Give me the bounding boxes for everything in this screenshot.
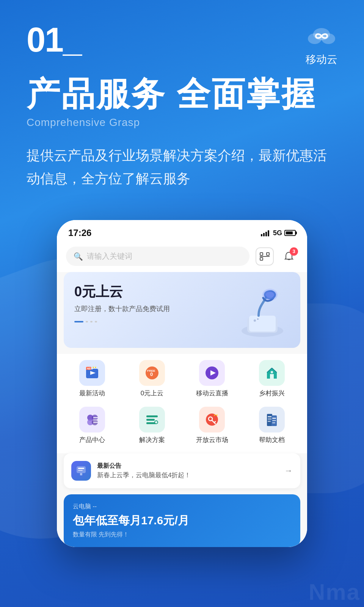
free-cloud-svg: FREE 0 [144,365,160,381]
icon-free-cloud: FREE 0 [139,360,165,386]
banner-dot-active [74,321,83,322]
icon-label-product-center: 产品中心 [79,436,105,444]
description: 提供云产品及行业场景解决方案介绍，最新优惠活动信息，全方位了解云服务 [27,144,337,190]
svg-rect-4 [260,258,263,260]
icon-item-free-cloud[interactable]: FREE 0 0元上云 [124,357,180,401]
search-placeholder-text: 请输入关键词 [87,251,132,261]
announcement-tag: 最新公告 [97,462,278,470]
icon-label-marketplace: 开放云市场 [196,436,228,444]
announcement-content: 最新公告 新春上云季，云电脑最低4折起！ [97,462,278,480]
marketplace-svg [204,412,220,428]
svg-rect-49 [268,418,271,420]
banner[interactable]: 0元上云 立即注册，数十款产品免费试用 [64,272,300,348]
latest-activity-svg: NEW [84,365,100,381]
product-center-svg [84,412,100,428]
svg-text:NEW: NEW [87,367,93,370]
icon-label-latest-activity: 最新活动 [79,389,105,398]
network-type: 5G [273,229,282,237]
svg-rect-57 [78,470,83,471]
icon-item-live[interactable]: 移动云直播 [184,357,240,401]
svg-point-12 [262,289,278,301]
icon-item-latest-activity[interactable]: NEW 最新活动 [64,357,121,401]
icon-docs [259,407,285,432]
rural-svg [264,365,280,381]
banner-dot-3 [90,321,93,322]
svg-rect-58 [80,473,82,475]
icon-label-free-cloud: 0元上云 [141,389,163,398]
signal-bar-2 [263,233,265,236]
section-number: 01_ [27,23,81,57]
bottom-card-tag: 云电脑 -- [73,503,291,511]
icon-latest-activity: NEW [79,360,105,386]
battery-fill [286,231,293,234]
docs-svg [264,412,280,428]
header: 01_ 移动云 [27,23,337,67]
logo-icon [306,23,337,49]
icon-item-docs[interactable]: 帮助文档 [243,404,300,447]
svg-marker-19 [95,367,96,368]
logo-container: 移动云 [306,23,337,67]
notification-badge: 3 [290,247,298,256]
svg-rect-52 [272,418,276,419]
bottom-card-subtitle: 数量有限 先到先得！ [73,531,291,539]
signal-bar-3 [265,232,267,236]
svg-rect-56 [78,468,84,469]
search-box[interactable]: 🔍 请输入关键词 [66,247,249,266]
notification-button[interactable]: 3 [280,247,298,266]
announcement-bar[interactable]: 最新公告 新春上云季，云电脑最低4折起！ → [64,453,300,488]
svg-rect-3 [260,253,263,255]
subtitle-en: Comprehensive Grasp [27,116,337,129]
svg-rect-27 [270,374,274,379]
svg-rect-55 [77,466,86,473]
icon-rural [259,360,285,386]
announcement-arrow[interactable]: → [284,466,293,476]
icon-label-solutions: 解决方案 [139,436,165,444]
banner-dot-4 [95,321,97,322]
status-time: 17:26 [68,228,91,238]
svg-rect-48 [268,416,271,417]
svg-rect-30 [271,371,273,373]
bottom-card[interactable]: 云电脑 -- 包年低至每月17.6元/月 数量有限 先到先得！ [64,494,300,547]
banner-3d-graphic [228,276,297,344]
search-bar-row: 🔍 请输入关键词 3 [57,242,307,272]
svg-rect-47 [267,414,272,426]
announcement-text: 新春上云季，云电脑最低4折起！ [97,471,278,480]
icon-item-rural[interactable]: 乡村振兴 [243,357,300,401]
icon-item-marketplace[interactable]: 开放云市场 [184,404,240,447]
svg-rect-53 [272,420,276,421]
icon-label-live: 移动云直播 [196,389,228,398]
battery-icon [284,230,296,236]
status-icons: 5G [261,229,296,237]
logo-text: 移动云 [306,52,337,67]
bottom-card-title: 包年低至每月17.6元/月 [73,513,291,528]
phone-inner: 17:26 5G 🔍 [57,220,307,547]
signal-bar-1 [261,234,262,236]
icon-label-docs: 帮助文档 [259,436,285,444]
icon-item-product-center[interactable]: 产品中心 [64,404,121,447]
icon-label-rural: 乡村振兴 [259,389,285,398]
svg-point-14 [257,318,259,320]
svg-point-2 [313,28,330,40]
phone-frame: 17:26 5G 🔍 [57,220,307,547]
svg-rect-50 [268,421,271,422]
icon-item-solutions[interactable]: 解决方案 [124,404,180,447]
signal-bar-4 [268,230,269,236]
signal-bars [261,230,269,236]
watermark: Nma [309,579,360,605]
icon-product-center [79,407,105,432]
svg-rect-9 [249,316,276,332]
scan-button[interactable] [256,247,274,266]
svg-rect-5 [267,253,269,255]
icon-live [199,360,225,386]
icon-marketplace [199,407,225,432]
svg-text:0: 0 [150,371,153,377]
solutions-svg [144,412,160,428]
svg-point-13 [254,319,256,322]
phone-container: 17:26 5G 🔍 [57,220,307,547]
svg-rect-39 [146,419,155,421]
svg-point-42 [155,421,157,423]
svg-rect-38 [146,415,158,417]
live-svg [204,365,220,381]
svg-rect-54 [272,422,275,423]
icon-solutions [139,407,165,432]
